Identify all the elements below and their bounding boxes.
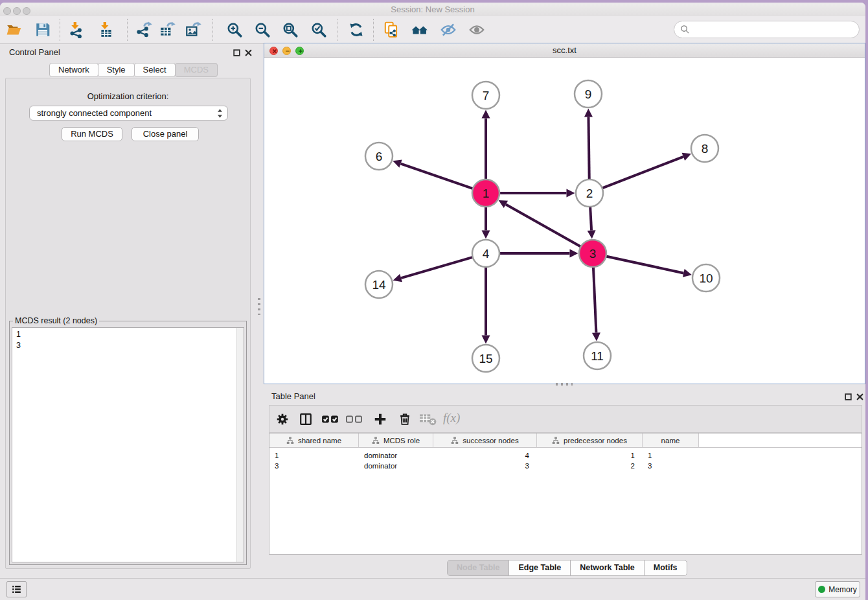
split-columns-button[interactable] bbox=[298, 411, 314, 427]
attribute-icon bbox=[372, 437, 380, 444]
search-input[interactable] bbox=[690, 25, 859, 34]
tab-style[interactable]: Style bbox=[98, 63, 135, 77]
tab-mcds[interactable]: MCDS bbox=[175, 63, 218, 77]
refresh-button[interactable] bbox=[346, 19, 367, 40]
column-header-label: name bbox=[661, 437, 680, 444]
network-canvas[interactable]: 7968124314101511 bbox=[264, 58, 865, 384]
criterion-value: strongly connected component bbox=[37, 108, 152, 118]
node-label: 15 bbox=[479, 352, 492, 365]
table-cell: 1 bbox=[537, 450, 643, 461]
zoom-fit-button[interactable] bbox=[280, 19, 301, 40]
attribute-icon bbox=[552, 437, 560, 444]
edge-arrowhead bbox=[393, 159, 402, 167]
node-label: 2 bbox=[586, 187, 593, 200]
table-row[interactable]: 1dominator411 bbox=[269, 450, 862, 461]
table-cell: 1 bbox=[269, 450, 359, 461]
export-table-button[interactable] bbox=[157, 19, 177, 40]
toolbar-separator bbox=[127, 19, 128, 41]
graph-node-9[interactable]: 9 bbox=[575, 80, 602, 108]
column-header-predecessor-nodes[interactable]: predecessor nodes bbox=[537, 433, 643, 447]
column-header-successor-nodes[interactable]: successor nodes bbox=[433, 433, 537, 447]
export-image-button[interactable] bbox=[183, 19, 203, 40]
deselect-all-button[interactable] bbox=[345, 411, 363, 427]
graph-node-3[interactable]: 3 bbox=[579, 240, 606, 267]
graph-node-2[interactable]: 2 bbox=[576, 179, 603, 207]
run-mcds-button[interactable]: Run MCDS bbox=[62, 127, 122, 141]
tab-motifs[interactable]: Motifs bbox=[644, 560, 687, 576]
edge-2-9[interactable] bbox=[588, 117, 589, 179]
graph-node-10[interactable]: 10 bbox=[692, 264, 720, 292]
float-panel-icon[interactable] bbox=[233, 48, 241, 56]
export-network-button[interactable] bbox=[133, 19, 154, 40]
show-hidden-button[interactable] bbox=[466, 19, 487, 40]
mcds-result-area[interactable]: 13 bbox=[12, 327, 244, 562]
node-label: 14 bbox=[372, 278, 386, 292]
select-all-button[interactable] bbox=[321, 411, 339, 427]
edge-4-14[interactable] bbox=[401, 257, 473, 278]
edge-arrowhead bbox=[482, 336, 490, 344]
delete-table-button[interactable] bbox=[419, 411, 437, 427]
network-view-frame: scc.txt 7968124314101511 bbox=[264, 43, 865, 384]
graph-node-1[interactable]: 1 bbox=[472, 179, 499, 207]
edge-2-3[interactable] bbox=[590, 207, 591, 231]
function-builder-button[interactable]: f(x) bbox=[443, 411, 460, 425]
criterion-select[interactable]: strongly connected component bbox=[29, 106, 228, 121]
import-network-button[interactable] bbox=[66, 19, 87, 40]
mcds-result-lines: 13 bbox=[12, 328, 244, 352]
edge-arrowhead bbox=[393, 274, 402, 282]
close-panel-button[interactable]: Close panel bbox=[131, 127, 199, 141]
table-settings-button[interactable] bbox=[275, 411, 290, 427]
edge-arrowhead bbox=[482, 231, 490, 239]
table-row[interactable]: 3dominator323 bbox=[269, 461, 862, 471]
search-icon bbox=[680, 25, 690, 34]
tab-node-table[interactable]: Node Table bbox=[447, 560, 509, 576]
hide-selected-button[interactable] bbox=[438, 19, 459, 40]
mcds-panel: Optimization criterion: strongly connect… bbox=[5, 78, 251, 569]
tab-edge-table[interactable]: Edge Table bbox=[508, 560, 571, 576]
zoom-selected-button[interactable] bbox=[308, 19, 329, 40]
add-column-button[interactable] bbox=[372, 411, 388, 427]
status-bar: Memory bbox=[0, 578, 865, 600]
tab-network-table[interactable]: Network Table bbox=[570, 560, 645, 576]
list-icon bbox=[10, 583, 23, 595]
graph-node-8[interactable]: 8 bbox=[691, 135, 718, 162]
import-table-button[interactable] bbox=[96, 19, 117, 40]
node-label: 10 bbox=[699, 271, 713, 285]
toolbar-separator bbox=[60, 19, 60, 41]
network-overview-button[interactable] bbox=[409, 19, 430, 40]
edge-2-8[interactable] bbox=[602, 157, 683, 189]
zoom-in-button[interactable] bbox=[224, 19, 245, 40]
edge-3-10[interactable] bbox=[606, 256, 684, 273]
graph-node-4[interactable]: 4 bbox=[472, 240, 499, 267]
column-header-name[interactable]: name bbox=[643, 433, 699, 447]
delete-column-button[interactable] bbox=[397, 411, 413, 427]
save-session-button[interactable] bbox=[32, 19, 53, 40]
graph-node-6[interactable]: 6 bbox=[365, 143, 393, 170]
edge-3-11[interactable] bbox=[593, 267, 596, 333]
open-session-button[interactable] bbox=[4, 19, 25, 40]
close-table-panel-icon[interactable] bbox=[856, 392, 864, 400]
graph-node-14[interactable]: 14 bbox=[365, 271, 393, 298]
edge-1-6[interactable] bbox=[401, 164, 474, 189]
splitter-handle[interactable] bbox=[556, 383, 573, 386]
graph-node-15[interactable]: 15 bbox=[472, 345, 499, 372]
tab-select[interactable]: Select bbox=[134, 63, 176, 77]
table-cell: 2 bbox=[537, 461, 643, 471]
node-label: 7 bbox=[483, 89, 490, 102]
float-table-panel-icon[interactable] bbox=[844, 392, 852, 400]
tab-network[interactable]: Network bbox=[49, 63, 98, 77]
edge-3-1[interactable] bbox=[506, 204, 581, 246]
node-label: 8 bbox=[702, 142, 709, 156]
result-scrollbar[interactable] bbox=[236, 328, 244, 562]
splitter-handle[interactable] bbox=[258, 298, 260, 315]
column-header-shared-name[interactable]: shared name bbox=[269, 433, 359, 447]
node-label: 1 bbox=[483, 187, 490, 200]
clone-network-button[interactable] bbox=[381, 19, 402, 40]
memory-button[interactable]: Memory bbox=[815, 581, 860, 597]
zoom-out-button[interactable] bbox=[252, 19, 273, 40]
graph-node-11[interactable]: 11 bbox=[584, 342, 611, 369]
column-header-MCDS-role[interactable]: MCDS role bbox=[359, 433, 433, 447]
graph-node-7[interactable]: 7 bbox=[472, 82, 499, 109]
task-history-button[interactable] bbox=[6, 581, 27, 597]
close-panel-icon[interactable] bbox=[244, 48, 253, 56]
